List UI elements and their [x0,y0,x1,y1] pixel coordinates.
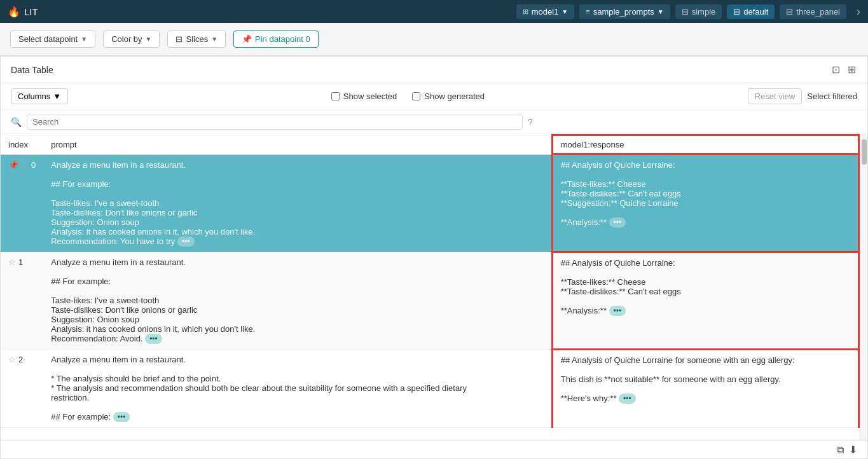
response-text: **Analysis:** [561,306,609,315]
columns-label: Columns [18,92,50,101]
show-generated-label[interactable]: Show generated [412,92,485,101]
search-icon: 🔍 [11,117,22,127]
flame-icon: 🔥 [8,6,20,18]
model-selector[interactable]: ⊞ model1 ▼ [516,4,575,19]
reset-view-label: Reset view [755,92,796,101]
prompt-text: Analysis: it has cooked onions in it, wh… [51,227,544,236]
star-icon[interactable]: ☆ [8,355,16,364]
dataset-selector[interactable]: ≡ sample_prompts ▼ [579,4,670,19]
search-input[interactable] [27,114,523,130]
row-index-number: 2 [18,355,23,364]
prompt-text: restriction. [51,393,544,402]
color-by-button[interactable]: Color by ▼ [103,31,160,48]
response-more-button[interactable]: ••• [609,217,626,228]
select-filtered-label: Select filtered [807,92,857,101]
prompt-text: Analyze a menu item in a restaurant. [51,160,544,170]
star-icon[interactable]: ☆ [21,160,29,170]
tab-default[interactable]: ⊟ default [727,4,775,19]
scrollbar-thumb [862,139,867,165]
right-scrollbar[interactable] [860,134,867,441]
response-text [561,365,850,374]
prompt-more-button[interactable]: ••• [113,412,130,422]
show-selected-text: Show selected [343,92,397,101]
show-generated-text: Show generated [424,92,485,101]
select-datapoint-button[interactable]: Select datapoint ▼ [10,31,95,48]
table-row[interactable]: 📌☆0Analyze a menu item in a restaurant. … [1,154,859,252]
table-row[interactable]: ☆1Analyze a menu item in a restaurant. #… [1,252,859,349]
prompt-text: * The analysis and recommendation should… [51,383,544,393]
tab-three-panel-grid-icon: ⊟ [786,7,793,17]
table-wrapper: index prompt model1:response 📌☆0Analyze … [1,134,860,441]
prompt-text: ## For example: [51,179,544,189]
show-selected-checkbox[interactable] [331,92,340,100]
tab-simple-grid-icon: ⊟ [682,7,689,17]
prompt-text: Analyze a menu item in a restaurant. [51,355,544,364]
tab-default-label: default [743,7,768,17]
table-area: index prompt model1:response 📌☆0Analyze … [1,134,867,441]
pin-datapoint-button[interactable]: 📌 Pin datapoint 0 [233,31,319,48]
slices-chevron-icon: ▼ [211,36,217,43]
minimize-button[interactable]: ⊡ [830,62,841,77]
copy-button[interactable]: ⧉ [837,444,844,456]
table-row[interactable]: ☆2Analyze a menu item in a restaurant. *… [1,349,859,427]
index-cell: ☆1 [1,252,43,349]
response-more-button[interactable]: ••• [619,394,636,404]
expand-button[interactable]: ⊞ [846,62,857,77]
prompt-text: ## For example: [51,277,544,286]
response-text [561,268,850,277]
dataset-label: sample_prompts [593,7,654,17]
reset-view-button[interactable]: Reset view [748,88,803,104]
col-header-prompt: prompt [43,135,552,154]
response-more-button[interactable]: ••• [609,306,626,316]
slices-grid-icon: ⊟ [176,34,183,44]
star-icon[interactable]: ☆ [8,257,16,267]
topbar-close-button[interactable]: › [857,5,860,18]
show-generated-checkbox[interactable] [412,92,420,100]
show-selected-label[interactable]: Show selected [331,92,397,101]
copy-icon: ⧉ [837,444,844,455]
slices-button[interactable]: ⊟ Slices ▼ [167,31,226,48]
prompt-text [51,364,544,374]
response-cell: ## Analysis of Quiche Lorraine: **Taste-… [552,154,858,252]
prompt-text [51,286,544,296]
app-title: LIT [24,6,38,17]
panel-container: Data Table ⊡ ⊞ Columns ▼ Show selected S… [0,56,868,459]
col-header-response: model1:response [552,135,858,154]
tab-three-panel-label: three_panel [796,7,840,17]
prompt-text [51,267,544,277]
prompt-text: Taste-likes: I've a sweet-tooth [51,296,544,305]
prompt-text: Suggestion: Onion soup [51,217,544,227]
columns-button[interactable]: Columns ▼ [11,88,68,104]
search-row: 🔍 ? [1,110,867,134]
response-text: **Taste-likes:** Cheese [561,277,850,287]
prompt-text: Taste-dislikes: Don't like onions or gar… [51,305,544,315]
pin-icon[interactable]: 📌 [8,160,18,170]
data-table: index prompt model1:response 📌☆0Analyze … [1,134,860,428]
columns-chevron-icon: ▼ [53,92,61,101]
panel-header: Data Table ⊡ ⊞ [1,57,867,83]
prompt-more-button[interactable]: ••• [177,236,195,247]
model-grid-icon: ⊞ [523,8,528,16]
pin-label: Pin datapoint 0 [255,34,310,44]
response-text: ## Analysis of Quiche Lorraine: [561,258,850,268]
pin-icon: 📌 [242,34,252,44]
download-button[interactable]: ⬇ [849,444,857,456]
col-header-index: index [1,135,43,154]
response-text [561,384,850,394]
help-icon[interactable]: ? [528,117,533,127]
prompt-text: ## For example: [51,412,113,421]
slices-label: Slices [186,34,208,44]
prompt-cell: Analyze a menu item in a restaurant. * T… [43,349,552,427]
prompt-text: Taste-likes: I've a sweet-tooth [51,198,544,208]
app-logo: 🔥 LIT [8,6,38,18]
select-filtered-button[interactable]: Select filtered [807,88,857,104]
select-datapoint-label: Select datapoint [18,34,78,44]
color-by-label: Color by [111,34,142,44]
prompt-text [51,189,544,198]
tab-simple[interactable]: ⊟ simple [675,4,722,19]
prompt-more-button[interactable]: ••• [145,334,162,344]
panel-header-icons: ⊡ ⊞ [830,62,857,77]
prompt-text: Suggestion: Onion soup [51,315,544,324]
tab-three-panel[interactable]: ⊟ three_panel [780,4,846,19]
response-text: ## Analysis of Quiche Lorraine: [561,160,850,170]
